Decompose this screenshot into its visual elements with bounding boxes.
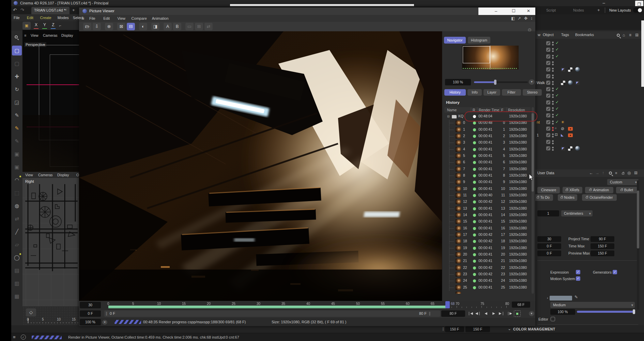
lod-percent-field[interactable]: 100 % xyxy=(550,309,575,315)
filter-icon[interactable]: ≡ xyxy=(629,33,631,37)
model-mode-icon[interactable]: ▣ xyxy=(22,22,31,30)
lod-dropdown[interactable]: Medium▾ xyxy=(550,302,635,308)
phong-tag-icon[interactable]: ◤ xyxy=(561,146,565,151)
timeline-min-field[interactable]: 150 F xyxy=(445,326,464,332)
go-to-start-button[interactable]: ❘◀ xyxy=(467,310,474,316)
sketch-pen-tool[interactable]: ✎ xyxy=(12,123,22,133)
navigator-thumbnail[interactable] xyxy=(462,46,519,69)
camera-tag-icon[interactable]: ● xyxy=(568,127,573,131)
history-frame-row[interactable]: 17 00:00:42 17 1920x1080 xyxy=(444,232,531,238)
history-frame-row[interactable]: 11 00:00:40 11 1920x1080 xyxy=(444,192,531,199)
visibility-dots[interactable] xyxy=(552,100,554,105)
mini-playhead[interactable] xyxy=(28,319,28,323)
ram-clear-button[interactable]: ⊠ xyxy=(117,23,125,30)
cube-object-tool[interactable]: ▣ xyxy=(12,149,22,159)
visibility-dots[interactable] xyxy=(552,41,554,46)
scale-tool[interactable]: ◲ xyxy=(12,97,22,107)
search-icon[interactable] xyxy=(609,172,612,175)
new-window-icon[interactable]: ⊞ xyxy=(634,170,638,175)
attr-value-field[interactable]: 0 F xyxy=(537,250,561,256)
viewport-perspective[interactable]: ≡ Perspective ViewCamerasDisplay xyxy=(22,30,79,172)
object-row[interactable]: ◤ xyxy=(535,145,641,152)
visibility-dots[interactable] xyxy=(552,133,554,138)
set-b-button[interactable]: B xyxy=(173,23,181,30)
history-frame-row[interactable]: 8 00:00:41 8 1920x1080 xyxy=(444,173,531,179)
vp-menu-cameras[interactable]: Cameras xyxy=(38,173,53,177)
pv-menu-animation[interactable]: Animation xyxy=(152,16,169,20)
attr-right-field[interactable]: 150 F xyxy=(591,243,614,249)
ram-player-button[interactable]: ⊟ xyxy=(127,23,135,30)
rectangle-selection-tool[interactable]: ▢ xyxy=(12,59,22,68)
new-layouts-toggle[interactable] xyxy=(633,8,642,13)
history-frame-row[interactable]: 3 00:00:41 3 1920x1080 xyxy=(444,140,531,146)
history-frame-row[interactable]: 15 00:00:41 15 1920x1080 xyxy=(444,218,531,225)
history-frame-row[interactable]: 25 00:00:41 25 1920x1080 xyxy=(444,285,531,291)
history-frame-row[interactable]: 6 00:00:41 6 1920x1080 xyxy=(444,159,531,166)
main-menu-modes[interactable]: Modes xyxy=(58,16,69,20)
expand-icon[interactable]: ⊟ xyxy=(447,115,450,118)
knife-tool[interactable]: ╱ xyxy=(12,227,22,237)
history-frame-row[interactable]: 16 00:00:41 16 1920x1080 xyxy=(444,225,531,232)
filter-icon[interactable]: ≡ xyxy=(615,171,617,175)
tab-xrefs[interactable]: XRefs xyxy=(563,187,582,193)
object-row[interactable]: ✓ xyxy=(535,112,641,119)
object-row[interactable] xyxy=(535,60,641,66)
new-tab-icon[interactable]: + xyxy=(72,7,75,13)
light-tag-icon[interactable]: ☀ xyxy=(561,120,565,125)
enabled-check-icon[interactable]: ✓ xyxy=(555,86,559,91)
attr-scrollbar[interactable] xyxy=(637,180,639,310)
stop-render-button[interactable]: ⊗ xyxy=(105,23,113,30)
search-icon[interactable] xyxy=(617,34,620,37)
lod-slider[interactable] xyxy=(577,311,635,313)
layer-icon[interactable] xyxy=(546,67,550,71)
attr-value-field[interactable]: 30 xyxy=(537,236,561,242)
tab-bullet[interactable]: Bullet xyxy=(616,187,638,193)
om-menu-bookmarks[interactable]: Bookmarks xyxy=(575,33,594,37)
pan-hand-icon[interactable]: ✥ xyxy=(524,16,527,21)
previous-frame-button[interactable]: ◀ xyxy=(482,310,489,316)
go-to-end-button[interactable]: ❘▶ xyxy=(506,310,513,316)
motion-system-checkbox[interactable]: ✓ xyxy=(576,276,580,281)
history-frame-row[interactable]: 21 00:00:41 21 1920x1080 xyxy=(444,258,531,264)
attr-mode-menu[interactable]: User Data xyxy=(537,171,554,175)
layer-icon[interactable] xyxy=(546,48,550,52)
layer-icon[interactable] xyxy=(546,61,550,65)
object-row[interactable]: Walk◤ xyxy=(535,80,641,86)
object-row[interactable]: ✓ xyxy=(535,106,641,112)
main-menu-create[interactable]: Create xyxy=(40,16,51,20)
timeline-max-field[interactable]: 150 F xyxy=(465,326,490,332)
next-frame-button[interactable]: ▶❘ xyxy=(498,310,505,316)
history-frame-row[interactable]: 9 00:00:41 9 1920x1080 xyxy=(444,179,531,185)
cage-deformer-tool[interactable]: ⬚ xyxy=(12,188,22,198)
history-frame-row[interactable]: 1 00:00:41 1 1920x1080 xyxy=(444,127,531,133)
phong-tag-icon[interactable]: ◤ xyxy=(561,67,565,72)
tab-script[interactable]: Script xyxy=(546,8,556,12)
visibility-dots[interactable] xyxy=(552,113,554,118)
layer-icon[interactable] xyxy=(546,81,550,85)
history-frame-row[interactable]: 13 00:00:41 13 1920x1080 xyxy=(444,206,531,212)
circle-spline-tool[interactable]: ◯ xyxy=(12,253,22,262)
layer-icon[interactable] xyxy=(546,107,550,111)
home-icon[interactable]: ⌂ xyxy=(623,33,625,37)
visibility-dots[interactable] xyxy=(552,127,554,131)
tab-history[interactable]: History xyxy=(444,89,466,96)
pv-menu-file[interactable]: File xyxy=(89,16,95,20)
texture-tag-icon[interactable] xyxy=(561,81,565,85)
history-frame-row[interactable]: 18 00:00:42 18 1920x1080 xyxy=(444,238,531,245)
instance-object-tool[interactable]: ▣ xyxy=(12,162,22,172)
range-scrub-bar[interactable]: ∥ 0 F 80 F ∥ xyxy=(104,310,440,317)
back-icon[interactable]: ← xyxy=(589,170,593,175)
pv-menu-view[interactable]: View xyxy=(117,16,125,20)
object-row[interactable] xyxy=(535,139,641,145)
layer-icon[interactable] xyxy=(546,146,550,150)
pv-zoom-slider[interactable] xyxy=(474,81,528,83)
enabled-check-icon[interactable]: ✓ xyxy=(555,119,559,124)
material-tag-icon[interactable] xyxy=(575,67,580,72)
main-menu-edit[interactable]: Edit xyxy=(27,16,33,20)
swap-ab-button[interactable]: ▭ xyxy=(185,23,194,30)
layer-icon[interactable] xyxy=(546,133,550,137)
history-frame-row[interactable]: 4 00:00:41 4 1920x1080 xyxy=(444,146,531,153)
history-frame-row[interactable]: 22 00:00:42 22 1920x1080 xyxy=(444,265,531,271)
link-ab-button[interactable]: ⊞ xyxy=(195,23,203,30)
add-layout-icon[interactable]: + xyxy=(597,7,600,13)
